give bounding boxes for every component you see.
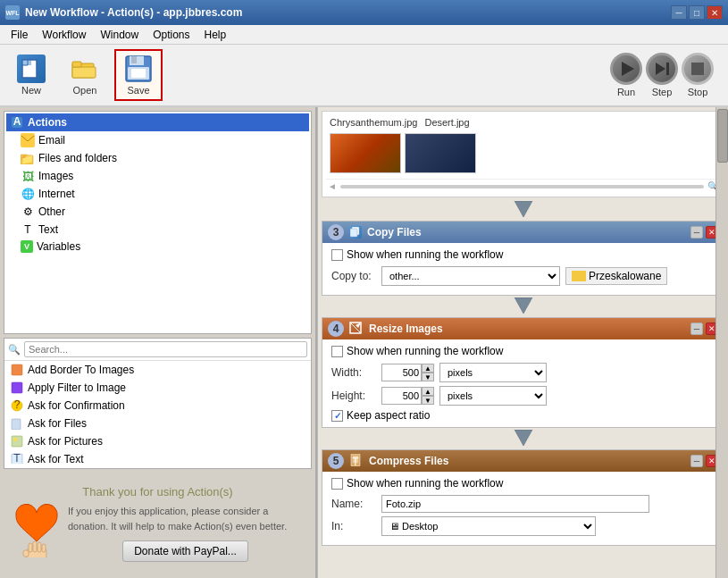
apply-filter-icon (10, 381, 24, 395)
step-4-width-row: Width: 500 ▲ ▼ pixels (331, 363, 715, 382)
variables-icon: V (21, 240, 33, 253)
stop-button[interactable]: Stop (682, 53, 714, 97)
menu-options[interactable]: Options (146, 27, 197, 43)
step-label: Step (652, 87, 673, 97)
tree-item-text[interactable]: T Text (6, 221, 309, 239)
step-4-width-input[interactable]: 500 (381, 364, 422, 381)
action-item-ask-text-label: Ask for Text (28, 453, 83, 464)
svg-rect-5 (72, 67, 96, 78)
svg-rect-42 (29, 543, 32, 552)
step-4-height-up[interactable]: ▲ (422, 387, 434, 396)
step-4-height-label: Height: (331, 390, 376, 402)
save-label: Save (127, 85, 149, 96)
tree-item-variables[interactable]: V Variables (6, 239, 309, 255)
close-button[interactable]: ✕ (707, 5, 723, 20)
search-input[interactable] (24, 341, 307, 357)
add-border-icon (10, 363, 24, 377)
step-4-show-check: Show when running the workflow (331, 345, 715, 357)
tree-item-files[interactable]: 📁 Files and folders (6, 149, 309, 167)
actions-tree[interactable]: A Actions Email (4, 111, 312, 334)
step-4-controls: ─ ✕ (690, 323, 718, 335)
right-scrollbar[interactable] (715, 107, 728, 578)
step-icon (646, 53, 678, 85)
menu-workflow[interactable]: Workflow (35, 27, 93, 43)
action-item-ask-text[interactable]: T Ask for Text (4, 450, 311, 464)
step-4-aspect-checkbox[interactable]: ✓ (331, 410, 343, 422)
file-name-1: Chrysanthemum.jpg (330, 117, 417, 128)
step-4-checkbox[interactable] (331, 346, 343, 357)
tree-item-internet[interactable]: 🌐 Internet (6, 185, 309, 203)
svg-rect-23 (12, 436, 22, 447)
action-item-apply-filter[interactable]: Apply Filter to Image (4, 379, 311, 397)
email-icon (21, 133, 35, 147)
action-item-ask-files[interactable]: Ask for Files (4, 415, 311, 432)
menu-window[interactable]: Window (93, 27, 146, 43)
step-4-height-input[interactable]: 500 (381, 387, 422, 405)
step-5-show-check: Show when running the workflow (331, 477, 715, 490)
save-icon (124, 54, 153, 83)
menu-file[interactable]: File (4, 27, 35, 43)
step-5-in-select[interactable]: 🖥 Desktop (381, 516, 596, 536)
step-5-name-input[interactable]: Foto.zip (381, 495, 649, 513)
maximize-button[interactable]: □ (689, 5, 705, 20)
step-4-keep-aspect-label: Keep aspect ratio (347, 409, 430, 422)
step-5-compress-files: 5 T Compress Files (322, 449, 724, 546)
step-4-body: Show when running the workflow Width: 50… (322, 339, 724, 427)
open-button[interactable]: Open (61, 49, 109, 101)
tree-item-email[interactable]: Email (6, 131, 309, 149)
step-4-width-unit[interactable]: pixels (439, 363, 547, 382)
tree-item-images[interactable]: 🖼 Images (6, 167, 309, 185)
action-item-ask-pictures[interactable]: Ask for Pictures (4, 432, 311, 450)
slider-track[interactable] (340, 185, 704, 188)
step-3-checkbox[interactable] (331, 249, 343, 261)
left-arrow-icon: ◄ (328, 181, 337, 191)
step-5-title: Compress Files (369, 455, 685, 467)
action-item-add-border[interactable]: Add Border To Images (4, 361, 311, 379)
minimize-button[interactable]: ─ (671, 5, 687, 20)
images-icon: 🖼 (21, 169, 35, 183)
step-4-width-label: Width: (331, 366, 376, 379)
step-5-show-label: Show when running the workflow (347, 477, 503, 490)
step-3-folder-btn[interactable]: Przeskalowane (565, 267, 667, 285)
svg-rect-46 (23, 550, 29, 557)
action-item-ask-pictures-label: Ask for Pictures (28, 435, 103, 448)
step-5-body: Show when running the workflow Name: Fot… (322, 472, 724, 545)
tree-item-other-label: Other (38, 205, 65, 218)
step-4-width-up[interactable]: ▲ (422, 364, 434, 373)
tree-item-actions[interactable]: A Actions (6, 113, 309, 131)
run-label: Run (617, 87, 635, 97)
step-5-name-label: Name: (331, 498, 376, 510)
donate-button[interactable]: Donate with PayPal... (122, 540, 248, 562)
files-icon: 📁 (21, 151, 35, 165)
actions-list[interactable]: 🔍 Add Border To Images Apply Filter to I… (4, 338, 312, 469)
step-3-minimize-btn[interactable]: ─ (690, 226, 703, 239)
action-item-ask-confirm[interactable]: ? Ask for Confirmation (4, 397, 311, 415)
step-4-width-down[interactable]: ▼ (422, 373, 434, 381)
step-3-controls: ─ ✕ (690, 226, 718, 239)
step-button[interactable]: Step (646, 53, 678, 97)
svg-marker-53 (356, 323, 361, 328)
menu-help[interactable]: Help (197, 27, 234, 43)
step-4-height-unit[interactable]: pixels (439, 386, 547, 406)
right-panel[interactable]: Chrysanthemum.jpg Desert.jpg ◄ 🔍 (317, 107, 728, 578)
step-3-copy-to: Copy to: other... Przeskalowane (331, 266, 715, 286)
actions-scroll-area: Add Border To Images Apply Filter to Ima… (4, 361, 311, 464)
new-button[interactable]: New (7, 49, 55, 101)
tree-item-other[interactable]: ⚙ Other (6, 203, 309, 221)
svg-point-24 (13, 438, 17, 441)
svg-rect-22 (12, 419, 21, 430)
step-4-minimize-btn[interactable]: ─ (690, 323, 703, 335)
step-5-minimize-btn[interactable]: ─ (690, 455, 703, 467)
step-5-in-label: In: (331, 520, 376, 532)
step-5-checkbox[interactable] (331, 478, 343, 490)
workflow-area: Chrysanthemum.jpg Desert.jpg ◄ 🔍 (318, 107, 728, 549)
step-5-controls: ─ ✕ (690, 455, 718, 467)
step-3-destination: Przeskalowane (589, 270, 661, 282)
run-button[interactable]: Run (610, 53, 642, 97)
heart-hand-icon (13, 504, 61, 565)
window-title: New Workflow - Action(s) - app.jbbres.co… (25, 6, 242, 19)
save-button[interactable]: Save (114, 49, 163, 101)
step-3-copy-to-select[interactable]: other... (381, 266, 560, 286)
file-strip-header: Chrysanthemum.jpg Desert.jpg (326, 115, 720, 130)
step-4-height-down[interactable]: ▼ (422, 396, 434, 405)
